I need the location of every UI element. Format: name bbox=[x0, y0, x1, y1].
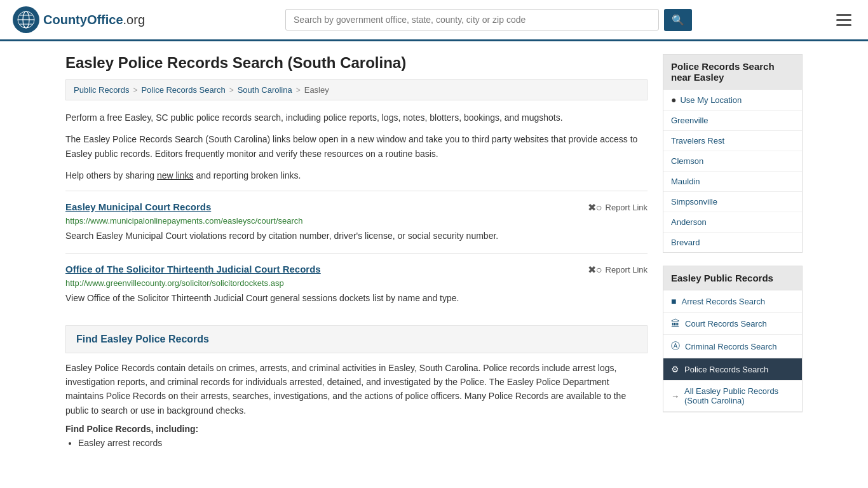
sidebar-all-records[interactable]: → All Easley Public Records (South Carol… bbox=[663, 381, 802, 412]
find-section: Find Easley Police Records bbox=[65, 325, 648, 353]
breadcrumb-easley: Easley bbox=[304, 85, 329, 95]
report-label-1: Report Link bbox=[606, 203, 648, 212]
result-item: Easley Municipal Court Records ✖○ Report… bbox=[65, 191, 648, 253]
criminal-records-link[interactable]: Criminal Records Search bbox=[685, 342, 777, 351]
sidebar-location-greenville[interactable]: Greenville bbox=[663, 111, 802, 131]
sidebar-criminal-records[interactable]: Ⓐ Criminal Records Search bbox=[663, 335, 802, 358]
sidebar-location-anderson[interactable]: Anderson bbox=[663, 212, 802, 233]
result-desc-2: View Office of the Solicitor Thirteenth … bbox=[65, 292, 648, 305]
breadcrumb-sep: > bbox=[133, 86, 137, 95]
sidebar-location-brevard[interactable]: Brevard bbox=[663, 233, 802, 252]
new-links-link[interactable]: new links bbox=[157, 170, 194, 180]
sidebar-location-travelers-rest[interactable]: Travelers Rest bbox=[663, 131, 802, 151]
criminal-icon: Ⓐ bbox=[671, 341, 680, 352]
sidebar-location-mauldin[interactable]: Mauldin bbox=[663, 172, 802, 192]
police-records-label: Police Records Search bbox=[684, 365, 768, 374]
result-header: Office of The Solicitor Thirteenth Judic… bbox=[65, 264, 648, 276]
location-pin-icon: ● bbox=[671, 95, 676, 105]
main-wrapper: Easley Police Records Search (South Caro… bbox=[53, 41, 815, 463]
find-list: Easley arrest records bbox=[65, 438, 648, 448]
all-records-link[interactable]: All Easley Public Records (South Carolin… bbox=[684, 386, 794, 405]
location-link-clemson[interactable]: Clemson bbox=[671, 156, 703, 166]
report-icon: ✖○ bbox=[588, 264, 602, 276]
use-my-location-link[interactable]: Use My Location bbox=[680, 95, 742, 105]
sidebar-court-records[interactable]: 🏛 Court Records Search bbox=[663, 313, 802, 335]
breadcrumb-south-carolina[interactable]: South Carolina bbox=[238, 85, 292, 95]
find-list-item: Easley arrest records bbox=[78, 438, 648, 448]
sidebar-public-records-list: ■ Arrest Records Search 🏛 Court Records … bbox=[663, 290, 803, 412]
page-title: Easley Police Records Search (South Caro… bbox=[65, 54, 648, 72]
use-location-item[interactable]: ● Use My Location bbox=[663, 90, 802, 111]
location-link-greenville[interactable]: Greenville bbox=[671, 116, 709, 125]
report-icon: ✖○ bbox=[588, 201, 602, 214]
sidebar-arrest-records[interactable]: ■ Arrest Records Search bbox=[663, 290, 802, 313]
find-body: Easley Police Records contain details on… bbox=[65, 361, 648, 418]
result-item: Office of The Solicitor Thirteenth Judic… bbox=[65, 253, 648, 315]
result-title-2[interactable]: Office of The Solicitor Thirteenth Judic… bbox=[65, 264, 321, 274]
location-link-brevard[interactable]: Brevard bbox=[671, 238, 700, 247]
report-link-1[interactable]: ✖○ Report Link bbox=[588, 201, 648, 214]
result-desc-1: Search Easley Municipal Court violations… bbox=[65, 229, 648, 243]
location-link-travelers-rest[interactable]: Travelers Rest bbox=[671, 136, 724, 146]
header: CountyOffice.org 🔍 bbox=[0, 0, 868, 41]
result-title-1[interactable]: Easley Municipal Court Records bbox=[65, 201, 211, 212]
logo-text[interactable]: CountyOffice.org bbox=[43, 13, 145, 27]
sidebar-nearby-list: ● Use My Location Greenville Travelers R… bbox=[663, 90, 803, 253]
result-url-2[interactable]: http://www.greenvillecounty.org/solicito… bbox=[65, 278, 648, 288]
court-records-link[interactable]: Court Records Search bbox=[685, 319, 767, 329]
location-link-simpsonville[interactable]: Simpsonville bbox=[671, 197, 717, 207]
sidebar: Police Records Search near Easley ● Use … bbox=[663, 54, 803, 450]
intro-para-2: The Easley Police Records Search (South … bbox=[65, 132, 648, 161]
sidebar-nearby-title: Police Records Search near Easley bbox=[663, 54, 803, 90]
sidebar-public-records-title: Easley Public Records bbox=[663, 266, 803, 290]
breadcrumb-sep: > bbox=[229, 86, 234, 95]
report-label-2: Report Link bbox=[606, 265, 648, 274]
result-url-1[interactable]: https://www.municipalonlinepayments.com/… bbox=[65, 216, 648, 226]
hamburger-line bbox=[836, 19, 851, 21]
intro-para-1: Perform a free Easley, SC public police … bbox=[65, 111, 648, 125]
hamburger-line bbox=[836, 14, 851, 16]
search-button[interactable]: 🔍 bbox=[664, 9, 692, 31]
report-link-2[interactable]: ✖○ Report Link bbox=[588, 264, 648, 276]
hamburger-line bbox=[836, 24, 851, 26]
location-link-mauldin[interactable]: Mauldin bbox=[671, 177, 700, 186]
find-section-title: Find Easley Police Records bbox=[76, 334, 637, 345]
content-area: Easley Police Records Search (South Caro… bbox=[65, 54, 648, 450]
intro-para-3: Help others by sharing new links and rep… bbox=[65, 168, 648, 182]
arrest-icon: ■ bbox=[671, 296, 676, 306]
intro-para-3-post: and reporting broken links. bbox=[194, 170, 301, 180]
sidebar-police-records[interactable]: ⚙ Police Records Search bbox=[663, 358, 802, 381]
search-icon: 🔍 bbox=[672, 15, 684, 25]
location-link-anderson[interactable]: Anderson bbox=[671, 217, 707, 227]
sidebar-location-simpsonville[interactable]: Simpsonville bbox=[663, 192, 802, 212]
breadcrumb-sep: > bbox=[296, 86, 301, 95]
hamburger-menu-button[interactable] bbox=[832, 10, 855, 30]
breadcrumb-public-records[interactable]: Public Records bbox=[74, 85, 129, 95]
breadcrumb-police-records[interactable]: Police Records Search bbox=[141, 85, 225, 95]
intro-para-3-pre: Help others by sharing bbox=[65, 170, 157, 180]
arrow-icon: → bbox=[671, 391, 679, 401]
police-icon: ⚙ bbox=[671, 364, 679, 374]
sidebar-location-clemson[interactable]: Clemson bbox=[663, 151, 802, 172]
logo-icon bbox=[13, 6, 39, 33]
court-icon: 🏛 bbox=[671, 318, 680, 329]
result-header: Easley Municipal Court Records ✖○ Report… bbox=[65, 201, 648, 214]
search-area: 🔍 bbox=[285, 9, 692, 31]
logo-area: CountyOffice.org bbox=[13, 6, 145, 33]
find-subheading: Find Police Records, including: bbox=[65, 424, 648, 434]
breadcrumb: Public Records > Police Records Search >… bbox=[65, 79, 648, 100]
arrest-records-link[interactable]: Arrest Records Search bbox=[681, 297, 765, 306]
search-input[interactable] bbox=[285, 9, 659, 30]
